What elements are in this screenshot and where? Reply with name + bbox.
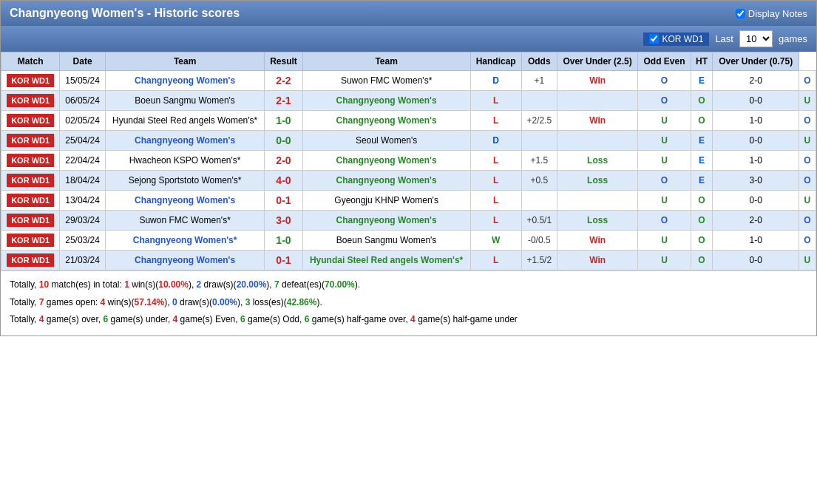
cell-team1: Changnyeong Women's [105,191,265,211]
col-ht: HT [691,52,713,71]
summary-open-win-pct: 57.14% [135,297,165,307]
cell-ht: 1-0 [713,231,799,251]
cell-ou075: U [799,251,816,270]
cell-odds: Win [557,71,638,91]
display-notes-checkbox[interactable] [736,9,745,18]
cell-oe: O [691,211,713,231]
summary-total-matches: 10 [39,279,49,290]
cell-handicap: +0.5 [521,171,557,191]
cell-wdl: W [470,231,521,251]
cell-team2: Changnyeong Women's [302,211,470,231]
cell-team1: Hwacheon KSPO Women's* [105,151,265,171]
summary-draw-pct: 20.00% [237,279,267,290]
summary-win-pct: 10.00% [158,279,189,290]
cell-league: KOR WD1 [1,251,60,270]
cell-result: 4-0 [265,171,302,191]
summary-open-wins: 4 [101,297,106,307]
s-under: 6 [104,314,109,324]
summary-defeats: 7 [274,279,279,290]
cell-date: 13/04/24 [60,191,106,211]
display-notes-label[interactable]: Display Notes [736,8,807,19]
cell-handicap [521,131,557,151]
col-oe: Odd Even [638,52,691,71]
cell-handicap: +1.5/2 [521,251,557,270]
cell-odds: Loss [557,211,638,231]
cell-team2: Boeun Sangmu Women's [302,231,470,251]
league-badge: KOR WD1 [7,214,54,227]
table-header-row: Match Date Team Result Team Handicap Odd… [1,52,816,71]
cell-team2: Gyeongju KHNP Women's [302,191,470,211]
summary-line1: Totally, 10 match(es) in total: 1 win(s)… [10,277,807,293]
cell-wdl: L [470,211,521,231]
cell-team2: Hyundai Steel Red angels Women's* [302,251,470,270]
league-badge: KOR WD1 [7,234,54,247]
cell-ou25: O [638,211,691,231]
summary-open-loss-pct: 42.86% [287,297,317,307]
table-row: KOR WD118/04/24Sejong Sportstoto Women's… [1,171,816,191]
cell-oe: O [691,231,713,251]
header-right: Display Notes [736,8,807,19]
cell-result: 0-0 [265,131,302,151]
cell-ou075: O [799,171,816,191]
cell-oe: E [691,171,713,191]
cell-ou075: O [799,111,816,131]
col-match: Match [1,52,60,71]
cell-handicap [521,91,557,111]
cell-handicap [521,191,557,211]
s-over: 4 [39,314,44,324]
cell-handicap: +2/2.5 [521,111,557,131]
cell-ou25: O [638,171,691,191]
summary-section: Totally, 10 match(es) in total: 1 win(s)… [1,270,816,336]
cell-result: 2-0 [265,151,302,171]
filter-bar: KOR WD1 Last 10 5 20 All games [1,26,816,52]
cell-league: KOR WD1 [1,191,60,211]
cell-date: 18/04/24 [60,171,106,191]
cell-team2: Suwon FMC Women's* [302,71,470,91]
cell-team2: Seoul Women's [302,131,470,151]
cell-handicap: +0.5/1 [521,211,557,231]
table-row: KOR WD113/04/24Changnyeong Women's0-1Gye… [1,191,816,211]
page-title: Changnyeong Women's - Historic scores [10,7,240,20]
cell-handicap: -0/0.5 [521,231,557,251]
cell-ou075: U [799,191,816,211]
cell-odds: Win [557,111,638,131]
col-ou25: Over Under (2.5) [557,52,638,71]
cell-ht: 2-0 [713,71,799,91]
league-filter-checkbox[interactable] [649,34,659,44]
cell-oe: O [691,91,713,111]
cell-wdl: D [470,131,521,151]
cell-handicap: +1.5 [521,151,557,171]
league-badge: KOR WD1 [7,253,54,267]
cell-league: KOR WD1 [1,111,60,131]
s-odd: 6 [240,314,245,324]
league-badge: KOR WD1 [7,154,54,167]
games-select[interactable]: 10 5 20 All [739,30,773,47]
cell-team1: Boeun Sangmu Women's [105,91,265,111]
cell-wdl: L [470,191,521,211]
cell-date: 25/03/24 [60,231,106,251]
table-row: KOR WD115/05/24Changnyeong Women's2-2Suw… [1,71,816,91]
cell-ou25: U [638,151,691,171]
cell-oe: O [691,251,713,270]
cell-league: KOR WD1 [1,211,60,231]
col-team2: Team [302,52,470,71]
cell-ht: 0-0 [713,251,799,270]
cell-wdl: L [470,251,521,270]
cell-ou25: U [638,231,691,251]
col-result: Result [265,52,302,71]
cell-oe: E [691,151,713,171]
scores-table: Match Date Team Result Team Handicap Odd… [1,52,816,270]
cell-ht: 2-0 [713,211,799,231]
cell-wdl: L [470,171,521,191]
cell-ou075: U [799,131,816,151]
cell-team2: Changnyeong Women's [302,151,470,171]
cell-league: KOR WD1 [1,151,60,171]
cell-result: 2-1 [265,91,302,111]
s-even: 4 [173,314,178,324]
cell-oe: O [691,191,713,211]
cell-ou075: O [799,211,816,231]
table-row: KOR WD106/05/24Boeun Sangmu Women's2-1Ch… [1,91,816,111]
cell-oe: O [691,111,713,131]
cell-team1: Changnyeong Women's [105,71,265,91]
cell-date: 02/05/24 [60,111,106,131]
